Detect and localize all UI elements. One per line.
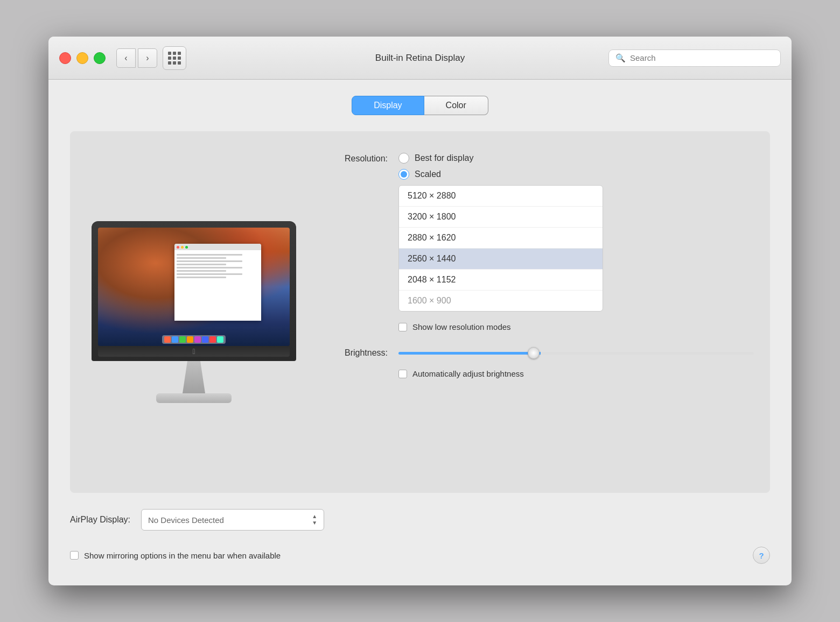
radio-scaled-circle[interactable] xyxy=(398,169,409,180)
search-input[interactable] xyxy=(630,53,774,62)
res-item-1[interactable]: 3200 × 1800 xyxy=(399,207,603,228)
minimize-button[interactable] xyxy=(76,52,88,64)
close-button[interactable] xyxy=(59,52,71,64)
brightness-label: Brightness: xyxy=(323,348,388,358)
dock-icon xyxy=(179,336,186,343)
forward-icon: › xyxy=(146,53,149,63)
imac-image:  xyxy=(92,221,296,403)
imac-text-line xyxy=(177,257,226,259)
window-title: Built-in Retina Display xyxy=(375,53,465,63)
search-icon: 🔍 xyxy=(615,53,626,63)
nav-buttons: ‹ › xyxy=(116,48,157,68)
tab-color[interactable]: Color xyxy=(424,96,488,115)
radio-best[interactable]: Best for display xyxy=(398,153,603,164)
dock-icon xyxy=(202,336,208,343)
res-item-2[interactable]: 2880 × 1620 xyxy=(399,228,603,249)
brightness-slider-track xyxy=(398,352,754,355)
radio-best-label: Best for display xyxy=(415,153,473,163)
imac-chin:  xyxy=(98,346,290,357)
back-icon: ‹ xyxy=(124,53,127,63)
low-res-checkbox[interactable] xyxy=(398,323,407,331)
traffic-lights xyxy=(59,52,106,64)
auto-brightness-row: Automatically adjust brightness xyxy=(398,369,754,378)
imac-window-titlebar xyxy=(174,244,261,250)
maximize-button[interactable] xyxy=(94,52,106,64)
help-button[interactable]: ? xyxy=(753,547,770,564)
mirror-checkbox[interactable] xyxy=(70,551,79,560)
grid-view-button[interactable] xyxy=(163,46,186,70)
brightness-row: Brightness: xyxy=(323,348,754,358)
low-res-label: Show low resolution modes xyxy=(412,322,511,331)
low-res-row: Show low resolution modes xyxy=(398,322,754,331)
radio-scaled-label: Scaled xyxy=(415,169,441,179)
imac-text-line xyxy=(177,277,226,278)
airplay-value: No Devices Detected xyxy=(148,515,224,525)
imac-text-line xyxy=(177,270,226,272)
resolution-row: Resolution: Best for display Scaled xyxy=(323,153,754,312)
dock-icon xyxy=(194,336,201,343)
auto-brightness-label: Automatically adjust brightness xyxy=(412,369,524,378)
dock-icon xyxy=(209,336,216,343)
imac-dot-minimize xyxy=(181,246,184,249)
imac-window-content xyxy=(174,250,261,321)
settings-panel: Resolution: Best for display Scaled xyxy=(323,147,754,477)
res-item-4[interactable]: 2048 × 1152 xyxy=(399,270,603,291)
preferences-window: ‹ › Built-in Retina Display 🔍 Display Co… xyxy=(48,37,792,585)
imac-dot-close xyxy=(177,246,179,249)
imac-text-line xyxy=(177,264,226,265)
brightness-slider-container[interactable] xyxy=(398,348,754,358)
imac-screen-outer:  xyxy=(92,221,296,361)
imac-overlay-window xyxy=(174,244,261,321)
tab-switcher: Display Color xyxy=(70,96,770,115)
main-panel:  Resolution: Best for disp xyxy=(70,131,770,493)
apple-logo-icon:  xyxy=(192,347,195,356)
res-item-3[interactable]: 2560 × 1440 xyxy=(399,249,603,270)
airplay-section: AirPlay Display: No Devices Detected ▲ ▼ xyxy=(70,509,770,531)
airplay-dropdown[interactable]: No Devices Detected ▲ ▼ xyxy=(141,509,324,531)
grid-icon xyxy=(168,52,181,65)
resolution-list: 5120 × 2880 3200 × 1800 2880 × 1620 2560… xyxy=(398,185,603,312)
stepper-down-icon: ▼ xyxy=(312,520,317,526)
dock-icon xyxy=(164,336,171,343)
res-item-0[interactable]: 5120 × 2880 xyxy=(399,186,603,207)
dock-icon xyxy=(217,336,223,343)
radio-scaled[interactable]: Scaled xyxy=(398,169,603,180)
forward-button[interactable]: › xyxy=(138,48,157,68)
mirror-label: Show mirroring options in the menu bar w… xyxy=(84,551,281,560)
imac-illustration:  xyxy=(86,147,302,477)
radio-scaled-inner xyxy=(401,171,407,178)
imac-text-line xyxy=(177,273,242,275)
radio-best-circle[interactable] xyxy=(398,153,409,164)
content-area: Display Color xyxy=(48,80,792,585)
bottom-section: Show mirroring options in the menu bar w… xyxy=(70,541,770,569)
mirror-row: Show mirroring options in the menu bar w… xyxy=(70,551,281,560)
imac-dock xyxy=(162,335,226,344)
imac-text-line xyxy=(177,254,242,256)
imac-base xyxy=(156,393,232,403)
brightness-slider-thumb[interactable] xyxy=(528,347,540,359)
stepper-up-icon: ▲ xyxy=(312,514,317,519)
back-button[interactable]: ‹ xyxy=(116,48,136,68)
res-item-5[interactable]: 1600 × 900 xyxy=(399,291,603,311)
airplay-label: AirPlay Display: xyxy=(70,515,130,525)
search-bar[interactable]: 🔍 xyxy=(608,50,781,67)
imac-text-line xyxy=(177,267,242,268)
stepper-icon: ▲ ▼ xyxy=(312,514,317,526)
imac-screen xyxy=(98,228,290,346)
resolution-options: Best for display Scaled 5120 × 2880 3200… xyxy=(398,153,603,312)
auto-brightness-checkbox[interactable] xyxy=(398,370,407,378)
titlebar: ‹ › Built-in Retina Display 🔍 xyxy=(48,37,792,80)
dock-icon xyxy=(172,336,178,343)
imac-text-line xyxy=(177,260,242,262)
imac-stand xyxy=(178,361,210,393)
dock-icon xyxy=(187,336,193,343)
tab-display[interactable]: Display xyxy=(352,96,424,115)
resolution-label: Resolution: xyxy=(323,153,388,164)
imac-dot-maximize xyxy=(185,246,188,249)
